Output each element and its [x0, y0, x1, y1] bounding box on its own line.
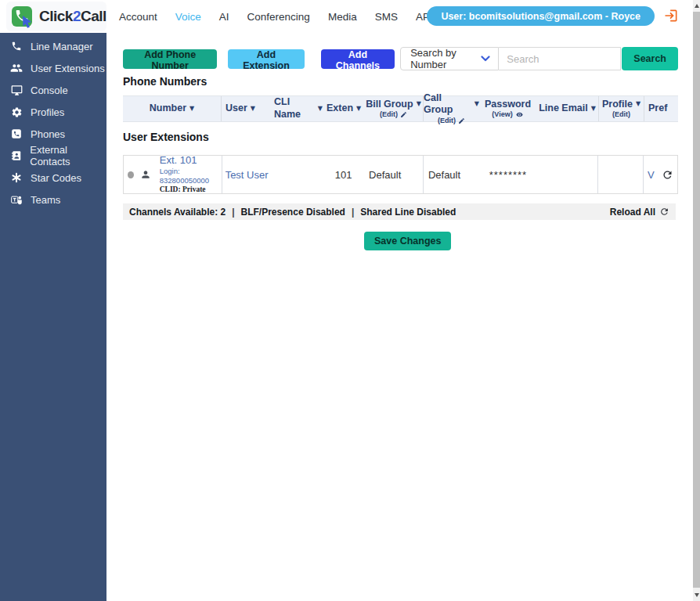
- user-badge[interactable]: User: bcomitsolutions@gmail.com - Royce: [427, 6, 655, 26]
- column-header-pref: Pref: [644, 96, 678, 121]
- sidebar-label: External Contacts: [30, 144, 106, 167]
- group-icon: [10, 62, 23, 74]
- pencil-icon[interactable]: [400, 111, 407, 118]
- sidebar-label: Phones: [31, 128, 65, 140]
- scrollbar-thumb[interactable]: [693, 12, 700, 588]
- search-filter-select[interactable]: Search by Number: [400, 47, 499, 70]
- pencil-icon[interactable]: [458, 117, 465, 124]
- sort-icon: ▼: [591, 105, 596, 113]
- phone-square-icon: [10, 128, 23, 140]
- sidebar-label: Line Manager: [31, 41, 93, 52]
- exten-cell: 101: [323, 156, 364, 193]
- asterisk-icon: [10, 171, 23, 184]
- sidebar-item-line-manager[interactable]: Line Manager: [0, 35, 106, 57]
- column-header-profile[interactable]: Profile▼ (Edit): [599, 96, 644, 121]
- vertical-scrollbar[interactable]: [693, 0, 700, 601]
- logout-icon[interactable]: [663, 8, 679, 23]
- channels-available: Channels Available: 2: [129, 207, 226, 218]
- column-header-bill-group[interactable]: Bill Group▼ (Edit): [364, 96, 424, 121]
- column-header-exten[interactable]: Exten▼: [323, 96, 364, 121]
- save-changes-button[interactable]: Save Changes: [364, 232, 451, 250]
- sort-icon: ▼: [251, 105, 255, 113]
- status-dot: [128, 171, 134, 178]
- column-header-number[interactable]: Number▼: [123, 96, 222, 121]
- sidebar-label: Console: [31, 85, 68, 96]
- separator: |: [352, 207, 354, 218]
- call-group-cell[interactable]: Default: [424, 156, 479, 193]
- sidebar-label: Star Codes: [31, 172, 81, 184]
- nav-conferencing[interactable]: Conferencing: [247, 11, 310, 23]
- pref-v-link[interactable]: V: [648, 169, 655, 181]
- person-icon: [140, 169, 151, 180]
- reload-icon[interactable]: [662, 169, 673, 181]
- search-filter-value: Search by Number: [410, 47, 481, 70]
- extension-login: Login: 832800050000: [160, 167, 222, 185]
- column-header-line-email[interactable]: Line Email▼: [536, 96, 599, 121]
- reload-all-button[interactable]: Reload All: [610, 207, 669, 218]
- column-header-password[interactable]: Password (View): [479, 96, 536, 121]
- sidebar-label: Teams: [31, 194, 60, 206]
- toolbar: Add Phone Number Add Extension Add Chann…: [123, 47, 678, 70]
- sidebar-item-star-codes[interactable]: Star Codes: [0, 167, 106, 189]
- extension-link[interactable]: Ext. 101: [160, 154, 222, 167]
- brand-text: Click2Call: [39, 8, 106, 25]
- scroll-down-arrow-icon[interactable]: [695, 593, 699, 597]
- status-bar: Channels Available: 2 | BLF/Presence Dis…: [123, 203, 676, 220]
- extension-user-link[interactable]: Test User: [226, 169, 269, 181]
- password-cell[interactable]: ********: [479, 156, 536, 193]
- nav-ai[interactable]: AI: [219, 11, 229, 23]
- monitor-icon: [10, 84, 23, 96]
- column-header-user[interactable]: User▼: [222, 96, 270, 121]
- nav-voice[interactable]: Voice: [175, 11, 201, 23]
- app-logo[interactable]: Click2Call: [6, 2, 106, 31]
- sidebar-label: Profiles: [31, 106, 64, 118]
- nav-sms[interactable]: SMS: [375, 11, 398, 23]
- scroll-up-arrow-icon[interactable]: [695, 4, 699, 8]
- reload-icon: [659, 207, 669, 217]
- extension-identity-cell: Ext. 101 Login: 832800050000 CLID: Priva…: [124, 156, 222, 193]
- sidebar-item-phones[interactable]: Phones: [0, 123, 106, 145]
- search-input[interactable]: [499, 47, 621, 70]
- cli-name-cell: [270, 156, 323, 193]
- column-header-cli-name[interactable]: CLI Name▼: [270, 96, 323, 121]
- pref-cell: V: [644, 156, 677, 193]
- bill-group-cell[interactable]: Default: [364, 156, 424, 193]
- sidebar-item-profiles[interactable]: Profiles: [0, 101, 106, 123]
- profile-cell: [598, 156, 644, 193]
- sidebar-item-teams[interactable]: Teams: [0, 189, 106, 211]
- chevron-down-icon: [481, 56, 490, 62]
- click2call-logo-icon: [11, 5, 34, 28]
- sort-icon: ▼: [417, 100, 421, 108]
- shared-line-status: Shared Line Disabled: [360, 207, 456, 218]
- sidebar-item-console[interactable]: Console: [0, 79, 106, 101]
- extensions-table-header: Number▼ User▼ CLI Name▼ Exten▼ Bill Grou…: [123, 95, 678, 122]
- sort-icon: ▼: [636, 100, 640, 108]
- gears-icon: [10, 106, 23, 118]
- extension-row: Ext. 101 Login: 832800050000 CLID: Priva…: [123, 155, 678, 194]
- sidebar-label: User Extensions: [31, 63, 105, 74]
- extension-clid: CLID: Private: [160, 185, 222, 195]
- search-button[interactable]: Search: [622, 47, 678, 70]
- teams-icon: [10, 193, 23, 206]
- add-channels-button[interactable]: Add Channels: [321, 49, 395, 69]
- main-content: Add Phone Number Add Extension Add Chann…: [123, 0, 680, 601]
- add-extension-button[interactable]: Add Extension: [228, 49, 304, 69]
- sort-icon: ▼: [356, 105, 361, 113]
- add-phone-number-button[interactable]: Add Phone Number: [123, 49, 217, 69]
- sort-icon: ▼: [189, 105, 194, 113]
- line-email-cell: [536, 156, 599, 193]
- nav-account[interactable]: Account: [119, 11, 157, 23]
- phone-numbers-title: Phone Numbers: [123, 75, 207, 88]
- sidebar: Line Manager User Extensions Console Pro…: [0, 33, 106, 601]
- top-header: Click2Call Account Voice AI Conferencing…: [0, 0, 693, 33]
- sidebar-item-external-contacts[interactable]: External Contacts: [0, 145, 106, 167]
- sidebar-item-user-extensions[interactable]: User Extensions: [0, 57, 106, 79]
- column-header-call-group[interactable]: Call Group▼ (Edit): [424, 96, 479, 121]
- user-extensions-title: User Extensions: [123, 131, 209, 143]
- address-book-icon: [10, 149, 22, 162]
- main-nav: Account Voice AI Conferencing Media SMS …: [119, 0, 433, 33]
- blf-presence-status: BLF/Presence Disabled: [241, 207, 345, 218]
- eye-icon[interactable]: [515, 111, 524, 118]
- nav-media[interactable]: Media: [328, 11, 357, 23]
- separator: |: [232, 207, 234, 218]
